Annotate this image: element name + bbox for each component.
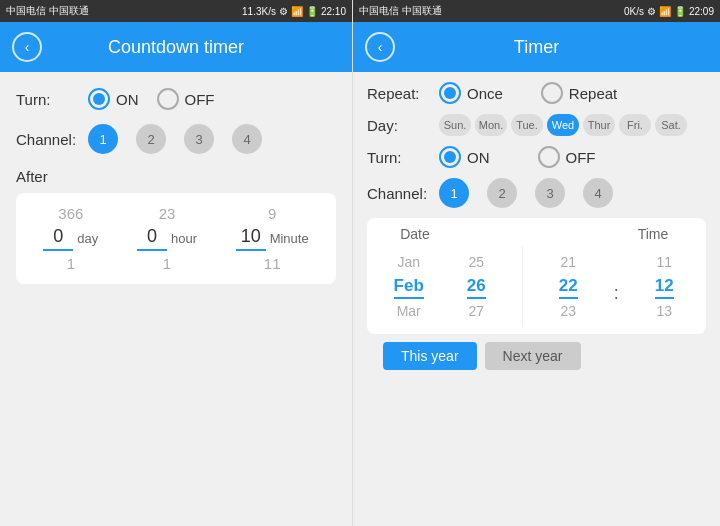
speed-text: 11.3K/s: [242, 6, 276, 17]
year-buttons: This year Next year: [367, 342, 706, 370]
left-turn-radio-group: ON OFF: [88, 88, 215, 110]
left-hour-current-row: 0 hour: [137, 226, 197, 251]
left-turn-label: Turn:: [16, 91, 76, 108]
right-day-thur[interactable]: Thur: [583, 114, 615, 136]
left-hour-current[interactable]: 0: [137, 226, 167, 251]
left-day-current[interactable]: 0: [43, 226, 73, 251]
day-selected[interactable]: 26: [467, 274, 486, 299]
right-on-label: ON: [467, 149, 490, 166]
left-channel-4[interactable]: 4: [232, 124, 262, 154]
left-day-col: 366 0 day 1: [43, 205, 98, 272]
left-minute-current-row: 10 Minute: [236, 226, 309, 251]
right-repeat-label-opt: Repeat: [569, 85, 617, 102]
hour-above: 21: [560, 252, 576, 272]
next-year-button[interactable]: Next year: [485, 342, 581, 370]
left-hour-col: 23 0 hour 1: [137, 205, 197, 272]
right-day-tue[interactable]: Tue.: [511, 114, 543, 136]
left-channel-row: Channel: 1 2 3 4: [16, 124, 336, 154]
right-header-title: Timer: [514, 37, 559, 58]
left-header-title: Countdown timer: [108, 37, 244, 58]
right-days-group: Sun. Mon. Tue. Wed Thur Fri. Sat.: [439, 114, 687, 136]
right-once-radio-inner: [444, 87, 456, 99]
picker-spacer: [455, 226, 608, 242]
right-turn-label: Turn:: [367, 149, 427, 166]
left-hour-below: 1: [163, 255, 171, 272]
right-back-button[interactable]: ‹: [365, 32, 395, 62]
left-channel-label: Channel:: [16, 131, 76, 148]
day-below: 27: [468, 301, 484, 321]
right-carrier: 中国电信 中国联通: [359, 4, 442, 18]
right-repeat-radio[interactable]: Repeat: [541, 82, 617, 104]
right-day-wed[interactable]: Wed: [547, 114, 579, 136]
right-repeat-label: Repeat:: [367, 85, 427, 102]
right-on-radio-inner: [444, 151, 456, 163]
right-day-mon[interactable]: Mon.: [475, 114, 507, 136]
left-on-radio-inner: [93, 93, 105, 105]
date-header: Date: [375, 226, 455, 242]
hour-selected[interactable]: 22: [559, 274, 578, 299]
left-channel-3[interactable]: 3: [184, 124, 214, 154]
month-below: Mar: [397, 301, 421, 321]
left-off-label: OFF: [185, 91, 215, 108]
right-repeat-radio-group: Once Repeat: [439, 82, 617, 104]
right-back-icon: ‹: [378, 39, 383, 55]
wifi-icon: 📶: [291, 6, 303, 17]
left-header: ‹ Countdown timer: [0, 22, 352, 72]
right-datetime-picker: Date Time Jan Feb Mar 25 26 27: [367, 218, 706, 334]
left-after-label: After: [16, 168, 336, 185]
right-day-label: Day:: [367, 117, 427, 134]
month-selected[interactable]: Feb: [394, 274, 424, 299]
right-day-row: Day: Sun. Mon. Tue. Wed Thur Fri. Sat.: [367, 114, 706, 136]
right-day-sat[interactable]: Sat.: [655, 114, 687, 136]
left-minute-unit: Minute: [270, 231, 309, 246]
right-header: ‹ Timer: [353, 22, 720, 72]
this-year-button[interactable]: This year: [383, 342, 477, 370]
right-channel-2[interactable]: 2: [487, 178, 517, 208]
right-turn-radio-group: ON OFF: [439, 146, 596, 168]
left-channel-2[interactable]: 2: [136, 124, 166, 154]
left-minute-current[interactable]: 10: [236, 226, 266, 251]
right-once-radio[interactable]: Once: [439, 82, 503, 104]
right-channel-1[interactable]: 1: [439, 178, 469, 208]
right-status-icons: 0K/s ⚙ 📶 🔋 22:09: [624, 6, 714, 17]
left-back-button[interactable]: ‹: [12, 32, 42, 62]
left-off-radio-outer: [157, 88, 179, 110]
picker-headers: Date Time: [367, 226, 706, 246]
left-time: 22:10: [321, 6, 346, 17]
right-on-radio[interactable]: ON: [439, 146, 490, 168]
right-off-radio[interactable]: OFF: [538, 146, 596, 168]
minute-above: 11: [656, 252, 672, 272]
right-speed-text: 0K/s: [624, 6, 644, 17]
month-col: Jan Feb Mar: [387, 252, 431, 321]
right-time: 22:09: [689, 6, 714, 17]
minute-selected[interactable]: 12: [655, 274, 674, 299]
left-minute-below: 11: [264, 255, 281, 272]
right-channel-3[interactable]: 3: [535, 178, 565, 208]
right-once-label: Once: [467, 85, 503, 102]
time-header: Time: [608, 226, 698, 242]
day-picker-col: 25 26 27: [454, 252, 498, 321]
left-day-unit: day: [77, 231, 98, 246]
right-channel-group: 1 2 3 4: [439, 178, 613, 208]
right-off-radio-outer: [538, 146, 560, 168]
left-on-radio-outer: [88, 88, 110, 110]
left-panel: 中国电信 中国联通 11.3K/s ⚙ 📶 🔋 22:10 ‹ Countdow…: [0, 0, 352, 526]
left-back-icon: ‹: [25, 39, 30, 55]
left-channel-1[interactable]: 1: [88, 124, 118, 154]
right-day-fri[interactable]: Fri.: [619, 114, 651, 136]
left-on-radio[interactable]: ON: [88, 88, 139, 110]
left-turn-row: Turn: ON OFF: [16, 88, 336, 110]
left-minute-above: 9: [268, 205, 276, 222]
left-off-radio[interactable]: OFF: [157, 88, 215, 110]
battery-icon: 🔋: [306, 6, 318, 17]
right-battery-icon: 🔋: [674, 6, 686, 17]
left-day-current-row: 0 day: [43, 226, 98, 251]
time-colon: :: [614, 269, 619, 304]
right-channel-4[interactable]: 4: [583, 178, 613, 208]
day-above: 25: [468, 252, 484, 272]
right-day-sun[interactable]: Sun.: [439, 114, 471, 136]
picker-body: Jan Feb Mar 25 26 27 21 22 23: [367, 246, 706, 326]
right-wifi-icon: 📶: [659, 6, 671, 17]
left-day-below: 1: [67, 255, 75, 272]
right-off-label: OFF: [566, 149, 596, 166]
